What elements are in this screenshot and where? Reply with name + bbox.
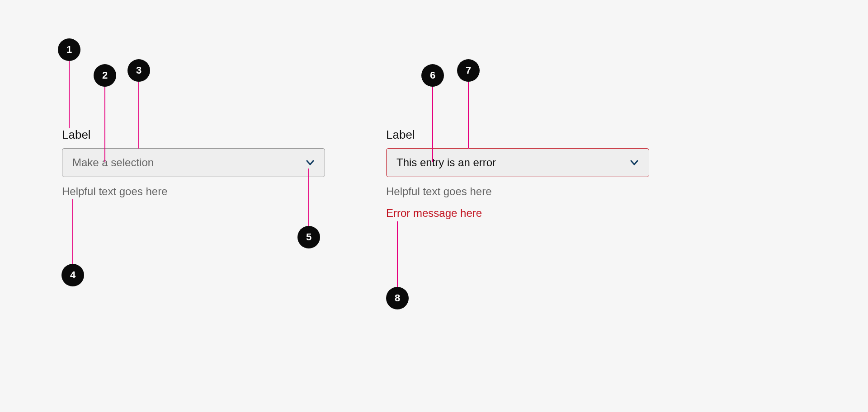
callout-leader-8 <box>397 221 398 287</box>
callout-badge-7: 7 <box>457 59 480 82</box>
callout-leader-4 <box>72 199 73 264</box>
dropdown-default-group: Label Make a selection Helpful text goes… <box>62 128 325 198</box>
error-message: Error message here <box>386 207 649 220</box>
callout-badge-4: 4 <box>61 264 84 286</box>
callout-leader-3 <box>138 82 139 149</box>
callout-badge-3: 3 <box>127 59 150 82</box>
callout-badge-8: 8 <box>386 287 409 309</box>
callout-leader-5 <box>308 169 309 226</box>
anatomy-diagram: Label Make a selection Helpful text goes… <box>0 0 868 412</box>
field-label: Label <box>62 128 325 142</box>
callout-leader-7 <box>468 82 469 149</box>
helper-text: Helpful text goes here <box>62 185 325 198</box>
helper-text: Helpful text goes here <box>386 185 649 198</box>
dropdown-value-text: This entry is an error <box>396 156 496 169</box>
chevron-down-icon <box>306 158 315 167</box>
callout-badge-5: 5 <box>297 226 320 248</box>
callout-leader-1 <box>69 61 70 128</box>
callout-leader-6 <box>432 87 433 162</box>
chevron-down-icon <box>630 158 639 167</box>
field-label: Label <box>386 128 649 142</box>
dropdown-error[interactable]: This entry is an error <box>386 148 649 177</box>
dropdown-default[interactable]: Make a selection <box>62 148 325 177</box>
callout-badge-1: 1 <box>58 38 80 61</box>
callout-badge-2: 2 <box>94 64 116 87</box>
callout-leader-2 <box>104 87 105 162</box>
dropdown-error-group: Label This entry is an error Helpful tex… <box>386 128 649 220</box>
dropdown-placeholder-text: Make a selection <box>72 156 154 169</box>
callout-badge-6: 6 <box>421 64 444 87</box>
